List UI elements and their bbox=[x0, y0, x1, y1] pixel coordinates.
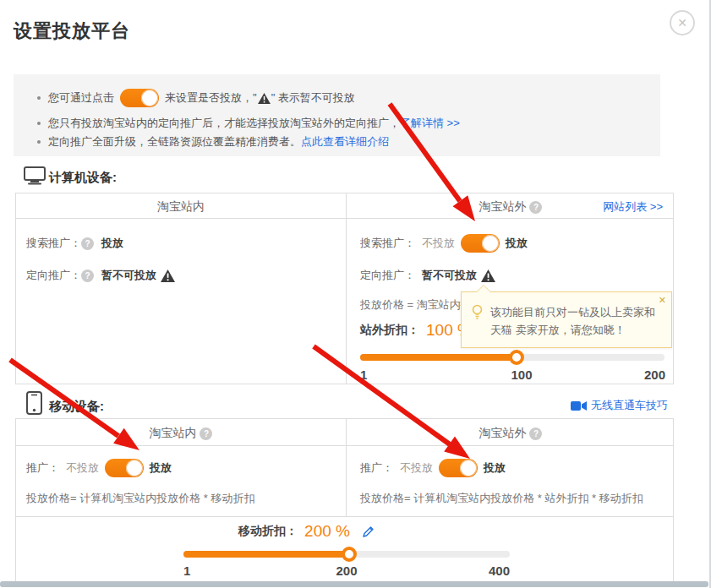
mobile-icon bbox=[26, 391, 42, 415]
page-title: 设置投放平台 bbox=[14, 19, 130, 44]
toggle-off-label: 不投放 bbox=[422, 236, 455, 251]
toggle-knob-icon bbox=[126, 460, 143, 476]
target-promo-status: 暂不可投放 bbox=[422, 268, 477, 283]
notice-line-3: 定向推广全面升级，全链路资源位覆盖精准消费者。 点此查看详细介绍 bbox=[37, 134, 389, 150]
target-promo-label: 定向推广： bbox=[360, 268, 415, 283]
mobile-discount-label: 移动折扣： bbox=[238, 524, 298, 539]
notice-box: 您可通过点击 来设置是否投放，" " 表示暂不可投放 您只有投放淘宝站内的定向推… bbox=[14, 74, 660, 156]
slider-tick-mid: 200 bbox=[325, 564, 368, 578]
computer-section-label: 计算机设备: bbox=[49, 170, 117, 186]
question-icon[interactable]: ? bbox=[81, 270, 94, 282]
mobile-table-header: 淘宝站内 ? 淘宝站外 ? bbox=[16, 419, 673, 446]
mobile-discount-value: 200 % bbox=[304, 522, 350, 541]
notice-line-1: 您可通过点击 来设置是否投放，" " 表示暂不可投放 bbox=[37, 88, 355, 108]
warning-icon bbox=[258, 93, 271, 104]
slider-fill bbox=[360, 354, 517, 361]
computer-in-search-row: 搜索推广： ? 投放 bbox=[26, 234, 123, 253]
bulb-icon bbox=[471, 304, 484, 321]
question-icon[interactable]: ? bbox=[529, 201, 542, 214]
notice-line3-text: 定向推广全面升级，全链路资源位覆盖精准消费者。 bbox=[48, 134, 301, 150]
mobile-discount-line: 移动折扣： 200 % bbox=[16, 520, 673, 542]
bullet-icon bbox=[37, 140, 41, 144]
toggle-knob-icon bbox=[141, 90, 158, 106]
target-promo-label: 定向推广： bbox=[26, 268, 81, 283]
dialog-close-button[interactable]: ✕ bbox=[670, 10, 695, 35]
mobile-out-promo-row: 推广： 不投放 投放 bbox=[360, 459, 506, 477]
horizontal-scrollbar[interactable] bbox=[0, 581, 708, 587]
toggle-off-label: 不投放 bbox=[400, 460, 433, 476]
outside-discount-label: 站外折扣： bbox=[360, 323, 419, 338]
search-promo-label: 搜索推广： bbox=[360, 236, 415, 251]
toggle-knob-icon bbox=[460, 460, 477, 476]
computer-out-search-toggle[interactable] bbox=[461, 234, 500, 253]
tooltip-line2: 卖家开放，请您知晓！ bbox=[516, 324, 626, 336]
toggle-knob-icon bbox=[482, 235, 499, 252]
mobile-in-toggle[interactable] bbox=[105, 459, 144, 477]
computer-col1-header: 淘宝站内 bbox=[16, 193, 346, 219]
mobile-col2-header-label: 淘宝站外 bbox=[479, 426, 527, 439]
column-divider bbox=[346, 193, 347, 384]
toggle-on-label: 投放 bbox=[484, 460, 506, 476]
mobile-in-promo-row: 推广： 不投放 投放 bbox=[26, 459, 172, 477]
search-promo-status: 投放 bbox=[101, 236, 123, 251]
slider-tick-min: 1 bbox=[360, 368, 367, 382]
bullet-icon bbox=[37, 96, 41, 100]
wireless-tips-link[interactable]: 无线直通车技巧 bbox=[571, 398, 668, 413]
warning-icon bbox=[161, 270, 175, 282]
toggle-on-label: 投放 bbox=[150, 460, 172, 476]
computer-out-search-row: 搜索推广： 不投放 投放 bbox=[360, 234, 528, 253]
notice-line1-mid: 来设置是否投放，" bbox=[165, 90, 257, 106]
mobile-out-price-formula: 投放价格= 计算机淘宝站内投放价格 * 站外折扣 * 移动折扣 bbox=[360, 491, 643, 506]
slider-tick-mid: 100 bbox=[500, 368, 543, 382]
toggle-off-label: 不投放 bbox=[66, 460, 99, 476]
notice-line1-pre: 您可通过点击 bbox=[48, 90, 114, 106]
edit-pencil-icon[interactable] bbox=[362, 525, 375, 538]
wireless-tips-label: 无线直通车技巧 bbox=[591, 398, 668, 413]
slider-fill bbox=[183, 551, 349, 558]
computer-table: 淘宝站内 淘宝站外 ? 网站列表 >> 搜索推广： ? 投放 定向推广： ? 暂… bbox=[15, 193, 674, 384]
question-icon[interactable]: ? bbox=[81, 237, 94, 250]
sample-toggle[interactable] bbox=[120, 89, 159, 107]
tooltip-caret-inner bbox=[477, 286, 490, 292]
mobile-col1-header-label: 淘宝站内 bbox=[150, 426, 197, 439]
warning-icon bbox=[481, 270, 495, 282]
mobile-table: 淘宝站内 ? 淘宝站外 ? 推广： 不投放 投放 投放价格= 计算机淘宝站内投放… bbox=[15, 418, 674, 584]
computer-out-target-row: 定向推广： 暂不可投放 bbox=[360, 266, 495, 285]
notice-line1-post: " 表示暂不可投放 bbox=[271, 90, 355, 106]
mobile-discount-slider[interactable] bbox=[183, 551, 510, 558]
close-icon: ✕ bbox=[677, 16, 687, 30]
seller-level-tooltip: ✕ 该功能目前只对一钻及以上卖家和天猫 卖家开放，请您知晓！ bbox=[461, 291, 672, 348]
mobile-in-price-formula: 投放价格= 计算机淘宝站内投放价格 * 移动折扣 bbox=[26, 491, 255, 506]
notice-line-2: 您只有投放淘宝站内的定向推广后，才能选择投放淘宝站外的定向推广， 了解详情 >> bbox=[37, 116, 460, 131]
toggle-on-label: 投放 bbox=[506, 236, 528, 251]
website-list-link[interactable]: 网站列表 >> bbox=[603, 199, 663, 215]
computer-col2-header-label: 淘宝站外 bbox=[479, 199, 527, 213]
question-icon[interactable]: ? bbox=[529, 427, 542, 440]
target-promo-status: 暂不可投放 bbox=[101, 268, 156, 283]
mobile-section-label: 移动设备: bbox=[49, 399, 104, 415]
mobile-col1-header: 淘宝站内 ? bbox=[16, 419, 346, 446]
mobile-out-toggle[interactable] bbox=[439, 459, 478, 477]
learn-more-link[interactable]: 了解详情 >> bbox=[400, 116, 460, 131]
computer-col1-header-label: 淘宝站内 bbox=[157, 199, 205, 213]
slider-tick-min: 1 bbox=[183, 564, 190, 578]
slider-handle[interactable] bbox=[509, 350, 524, 365]
computer-icon bbox=[24, 166, 46, 185]
row-divider bbox=[16, 516, 673, 517]
video-camera-icon bbox=[571, 400, 587, 411]
computer-in-target-row: 定向推广： ? 暂不可投放 bbox=[26, 266, 175, 285]
tooltip-text: 该功能目前只对一钻及以上卖家和天猫 卖家开放，请您知晓！ bbox=[490, 303, 664, 339]
bullet-icon bbox=[37, 122, 41, 125]
notice-line2-text: 您只有投放淘宝站内的定向推广后，才能选择投放淘宝站外的定向推广， bbox=[48, 116, 400, 131]
slider-handle[interactable] bbox=[342, 547, 357, 562]
promo-label: 推广： bbox=[26, 460, 59, 476]
outside-discount-line: 站外折扣： 100 % bbox=[360, 319, 472, 341]
outside-discount-slider[interactable] bbox=[360, 354, 665, 361]
question-icon[interactable]: ? bbox=[200, 427, 212, 440]
detail-intro-link[interactable]: 点此查看详细介绍 bbox=[301, 134, 389, 150]
mobile-col2-header: 淘宝站外 ? bbox=[347, 419, 675, 446]
promo-label: 推广： bbox=[360, 460, 393, 476]
slider-tick-max: 200 bbox=[642, 368, 665, 382]
set-platform-dialog: ✕ 设置投放平台 您可通过点击 来设置是否投放，" " 表示暂不可投放 您只有投… bbox=[0, 0, 711, 588]
computer-table-header: 淘宝站内 淘宝站外 ? 网站列表 >> bbox=[16, 193, 673, 219]
